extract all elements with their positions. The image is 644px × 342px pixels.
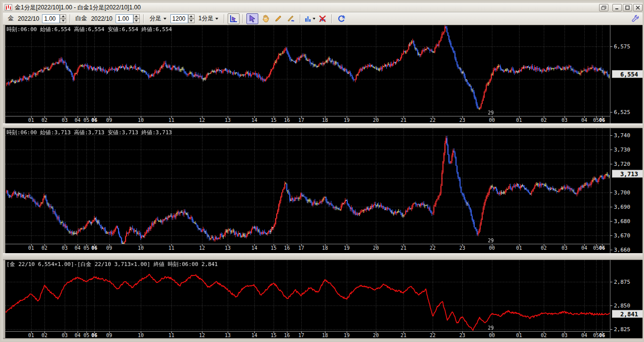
x-axis-label: 01: [516, 117, 522, 123]
bottom-edge: [3, 338, 644, 340]
y-axis-tick: [610, 135, 612, 136]
pen-annotate-tool-button[interactable]: [285, 13, 297, 24]
y-axis-tick: [610, 329, 612, 330]
x-axis-label: 03: [562, 245, 567, 251]
y-axis-tick: [610, 235, 612, 236]
bar-chart-menu-button[interactable]: [304, 13, 316, 24]
popout-icon: [601, 5, 606, 10]
pen-annotate-icon: [286, 14, 295, 23]
chart-cursor-tool-button[interactable]: [228, 13, 240, 24]
gold-contract-month: 2022/10: [18, 15, 39, 22]
x-axis-label: 03: [62, 245, 68, 251]
gold-y-axis: 6,5756,5256,554: [610, 25, 644, 123]
pencil-draw-tool-button[interactable]: [272, 13, 284, 24]
x-axis-label: 22: [430, 245, 436, 251]
settings-wrench-button[interactable]: [629, 13, 641, 24]
x-axis-label: 16: [284, 117, 290, 123]
current-price-badge: 6,554: [612, 70, 643, 78]
popout-window-button[interactable]: [599, 4, 608, 11]
x-axis-label: 00: [489, 117, 495, 123]
y-axis-tick: [610, 150, 612, 150]
x-axis-label: 13: [225, 333, 231, 338]
x-axis-label: 10: [138, 117, 144, 123]
hand-pan-tool-button[interactable]: [259, 13, 271, 24]
x-axis-label: 10: [138, 333, 144, 338]
x-axis-label: 01: [516, 333, 522, 338]
current-price-badge: 2,841: [612, 310, 643, 318]
toolbar-separator: [224, 14, 225, 23]
x-axis-label: 02: [541, 117, 547, 123]
y-axis-tick: [610, 305, 612, 306]
toolbar: 金 2022/10 1.00 白金 2022/10 1.00 分足 1200: [3, 12, 644, 25]
y-axis-label: 3,740: [614, 132, 630, 139]
x-axis-label: 04: [581, 245, 587, 251]
gold-ratio-spinner: 1.00: [42, 14, 66, 23]
spread-y-axis: 2,8752,8502,8252,841: [610, 260, 644, 339]
bar-count-input[interactable]: 1200: [170, 14, 188, 23]
x-axis-label: 02: [41, 333, 47, 338]
x-axis-label: 05: [83, 333, 89, 338]
minimize-button[interactable]: [612, 4, 622, 11]
spread-plot-canvas[interactable]: [5, 260, 610, 331]
x-axis-label: 17: [298, 245, 304, 251]
toolbar-separator: [300, 14, 301, 23]
y-axis-tick: [610, 221, 612, 222]
panel-splitter[interactable]: [3, 123, 644, 128]
x-axis-label: 16: [284, 245, 290, 251]
chart-area: 時刻:06:00 始値:6,554 高値:6,554 安値:6,554 終値:6…: [3, 25, 644, 340]
x-axis-label: 16: [284, 333, 290, 338]
maximize-button[interactable]: [623, 4, 632, 11]
select-arrow-tool-button[interactable]: [246, 13, 258, 24]
x-axis-label: 23: [459, 245, 465, 251]
delete-indicator-icon: [319, 14, 327, 23]
y-axis-label: 2,850: [614, 303, 630, 309]
platinum-ratio-spin-down-button[interactable]: [133, 19, 140, 23]
refresh-button[interactable]: R: [335, 13, 347, 24]
maximize-icon: [625, 5, 630, 10]
x-axis-label: 18: [322, 333, 328, 338]
x-axis-label: 18: [322, 245, 328, 251]
panel-splitter[interactable]: [3, 253, 644, 260]
hand-pan-icon: [261, 14, 270, 23]
gold-ratio-spin-up-button[interactable]: [60, 14, 66, 19]
x-axis-label: 05: [83, 245, 89, 251]
y-axis-label: 3,720: [614, 161, 630, 167]
x-axis-label: 04: [75, 333, 80, 338]
bar-count-spin-down-button[interactable]: [188, 19, 195, 23]
x-axis-label: 19: [344, 245, 350, 251]
delete-indicator-button[interactable]: [317, 13, 328, 24]
x-axis-label: 02: [541, 245, 547, 251]
bar-count-spin-up-button[interactable]: [188, 14, 195, 19]
y-axis-label: 2,825: [614, 326, 630, 333]
toolbar-separator: [70, 14, 71, 23]
bar-interval-label: 1分足: [199, 14, 214, 23]
x-axis-label: 00: [489, 333, 495, 338]
bar-interval-dropdown[interactable]: 1分足: [196, 13, 222, 24]
x-axis-label: 09: [106, 117, 112, 123]
x-axis-label: 17: [298, 117, 304, 123]
refresh-icon: R: [337, 14, 346, 23]
chevron-down-icon: [163, 18, 166, 20]
y-axis-label: 3,660: [614, 246, 630, 253]
gold-x-axis: 0102030405060910111213141516171819202122…: [5, 116, 610, 123]
close-button[interactable]: [633, 4, 643, 11]
date-label: 29: [488, 110, 494, 115]
toolbar-separator: [242, 14, 243, 23]
platinum-plot-canvas[interactable]: [5, 128, 610, 244]
window-title: 金1分足[2022/10]1.00 - 白金1分足[2022/10]1.00: [15, 3, 599, 12]
platinum-ratio-spin-up-button[interactable]: [133, 14, 140, 19]
gold-ratio-input[interactable]: 1.00: [42, 14, 60, 23]
y-axis-label: 3,680: [614, 218, 630, 224]
gold-ratio-spin-down-button[interactable]: [60, 19, 66, 23]
bar-count-spinner: 1200: [170, 14, 195, 23]
bar-type-dropdown[interactable]: 分足: [147, 13, 169, 24]
select-arrow-icon: [248, 15, 256, 23]
toolbar-separator: [143, 14, 144, 23]
x-axis-label: 06: [599, 245, 605, 251]
x-axis-label: 05: [83, 117, 89, 123]
chevron-down-icon: [215, 18, 218, 20]
x-axis-label: 22: [430, 117, 436, 123]
gold-plot-canvas[interactable]: [5, 25, 610, 116]
platinum-ratio-input[interactable]: 1.00: [116, 14, 133, 23]
x-axis-label: 20: [373, 245, 379, 251]
